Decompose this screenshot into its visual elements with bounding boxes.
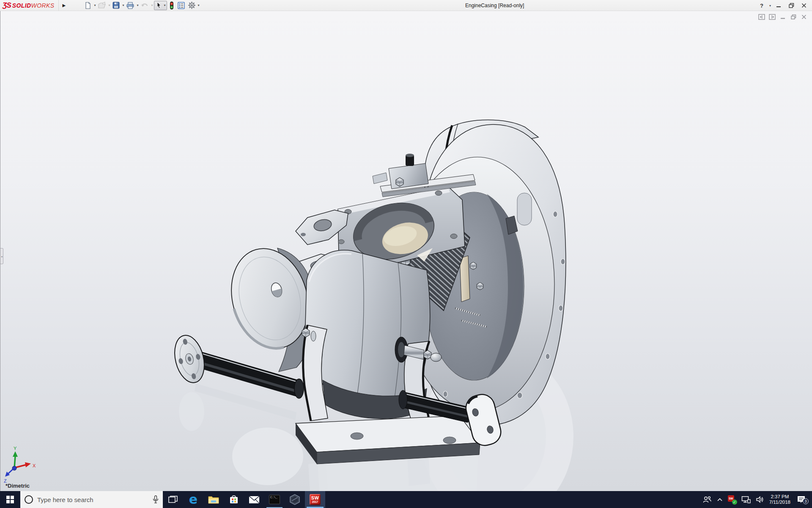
save-icon	[112, 1, 120, 9]
graphics-viewport[interactable]: ◂	[0, 11, 812, 491]
hexagon-app-icon	[289, 494, 300, 505]
options-button[interactable]	[187, 1, 197, 10]
system-tray: SW ✓ 2:37 PM 7/11/201	[702, 491, 811, 508]
new-dropdown-caret[interactable]: ▾	[94, 3, 96, 7]
orientation-triad: Y X Z	[4, 446, 36, 483]
save-dropdown-caret[interactable]: ▾	[122, 3, 124, 7]
solidworks-tray-icon[interactable]: SW ✓	[728, 495, 736, 504]
taskbar-clock[interactable]: 2:37 PM 7/11/2018	[769, 494, 790, 505]
save-button[interactable]	[111, 1, 121, 10]
windows-taskbar: e	[0, 491, 812, 508]
print-dropdown-caret[interactable]: ▾	[137, 3, 138, 7]
title-bar: ƷS SOLID WORKS ▶ ▾ ▾	[0, 0, 812, 11]
undo-icon	[140, 2, 149, 9]
evaluate-button[interactable]	[176, 1, 186, 10]
solidworks-app-icon: SW 2017	[310, 494, 321, 505]
restore-button[interactable]	[786, 1, 797, 10]
quick-access-toolbar: ▾ ▾ ▾	[83, 1, 200, 10]
help-dropdown-caret[interactable]: ▾	[769, 4, 771, 8]
print-button[interactable]	[125, 1, 135, 10]
options-dropdown-caret[interactable]: ▾	[198, 3, 200, 7]
clock-date: 7/11/2018	[769, 500, 790, 505]
new-document-icon	[84, 2, 92, 9]
store-button[interactable]	[224, 491, 244, 508]
restore-icon	[789, 3, 794, 8]
minimize-icon	[776, 3, 781, 8]
undo-dropdown-caret[interactable]: ▾	[151, 3, 153, 7]
tray-overflow-chevron[interactable]	[717, 498, 723, 502]
open-button[interactable]	[97, 1, 107, 10]
brand-solid-text: SOLID	[12, 2, 31, 9]
window-controls: ? ▾	[756, 0, 809, 11]
view-orientation-label: *Dimetric	[5, 483, 30, 489]
open-icon	[98, 2, 106, 9]
select-dropdown-caret[interactable]: ▾	[164, 3, 165, 7]
taskbar-apps: e	[163, 491, 325, 508]
engine-casing-model[interactable]: Y X Z	[0, 11, 812, 491]
triad-y-label: Y	[14, 446, 17, 451]
task-view-icon	[168, 496, 178, 503]
solidworks-logo: ƷS SOLID WORKS	[0, 0, 59, 11]
rebuild-button[interactable]	[168, 1, 176, 10]
file-explorer-icon	[208, 495, 219, 504]
solidworks-taskbar-button[interactable]: SW 2017	[305, 491, 325, 508]
taskbar-search[interactable]	[20, 491, 163, 508]
network-icon[interactable]	[741, 496, 751, 503]
mail-button[interactable]	[244, 491, 264, 508]
start-button[interactable]	[0, 491, 20, 508]
cortana-icon	[25, 495, 33, 504]
print-icon	[126, 2, 134, 9]
brand-works-text: WORKS	[31, 2, 55, 9]
left-axle-flange	[170, 332, 209, 386]
windows-logo-icon	[6, 496, 14, 503]
volume-icon[interactable]	[756, 496, 764, 503]
select-tool-button[interactable]	[155, 1, 163, 10]
microphone-icon[interactable]	[153, 495, 159, 504]
help-button[interactable]: ?	[756, 1, 767, 10]
check-icon: ✓	[732, 500, 737, 505]
file-explorer-button[interactable]	[203, 491, 224, 508]
hexagon-app-button[interactable]	[285, 491, 305, 508]
properties-list-icon	[177, 2, 185, 9]
close-button[interactable]	[798, 1, 809, 10]
people-button[interactable]	[702, 496, 712, 503]
search-input[interactable]	[37, 496, 148, 503]
edge-button[interactable]: e	[183, 491, 203, 508]
dome-nut	[431, 353, 442, 362]
edge-icon: e	[189, 494, 198, 505]
notification-badge: 3	[803, 498, 809, 504]
command-prompt-button[interactable]: C:\_	[264, 491, 285, 508]
close-icon	[801, 3, 807, 8]
traffic-light-icon	[169, 1, 175, 10]
task-view-button[interactable]	[163, 491, 183, 508]
mail-icon	[249, 496, 260, 504]
action-center-button[interactable]: 3	[796, 494, 807, 505]
command-prompt-icon: C:\_	[269, 495, 280, 504]
3ds-logo-icon: ƷS	[3, 1, 11, 10]
select-cursor-icon	[156, 2, 162, 9]
solidworks-window: ƷS SOLID WORKS ▶ ▾ ▾	[0, 0, 812, 508]
store-icon	[229, 494, 239, 505]
document-title: EngineCasing [Read-only]	[465, 3, 524, 8]
undo-button[interactable]	[140, 1, 150, 10]
minimize-button[interactable]	[773, 1, 784, 10]
triad-x-label: X	[33, 463, 36, 468]
new-document-button[interactable]	[83, 1, 93, 10]
menu-flyout-arrow[interactable]: ▶	[60, 1, 67, 10]
open-dropdown-caret[interactable]: ▾	[108, 3, 110, 7]
select-tool-group: ▾	[154, 1, 167, 10]
clock-time: 2:37 PM	[769, 494, 790, 500]
gear-icon	[188, 1, 196, 9]
